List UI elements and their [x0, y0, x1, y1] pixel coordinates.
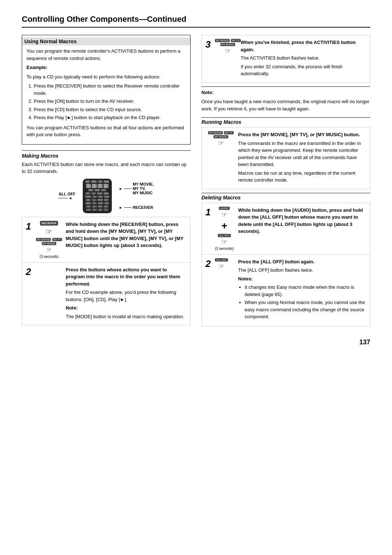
step3-number: 3 — [205, 39, 213, 50]
deleting-macros-section: Deleting Macros 1 AUDIO ☞ + ALL OFF ☞ (3… — [201, 193, 370, 327]
step1-seconds: (3 seconds) — [40, 255, 58, 259]
delete-step2-bold-text: Press the [ALL OFF] button again. — [238, 259, 315, 264]
example-step-2: Press the [ON] button to turn on the AV … — [34, 98, 186, 105]
delete-step1-seconds: (3 seconds) — [215, 247, 234, 251]
step1-bold-text: While holding down the [RECEIVER] button… — [66, 222, 183, 248]
making-macros-title: Making Macros — [22, 153, 191, 159]
delete-step1-left: 1 AUDIO ☞ + ALL OFF ☞ (3 seconds) — [205, 207, 238, 251]
example-label: Example: — [26, 65, 48, 70]
all-off-label: ALL OFF ◄ — [58, 192, 75, 200]
delete-step2-number: 2 — [205, 258, 213, 270]
page-title: Controlling Other Components—Continued — [22, 15, 370, 28]
step2-row: 2 Press the buttons whose actions you wa… — [22, 263, 190, 325]
delete-step2-detail1: The [ALL OFF] button flashes twice. — [238, 267, 366, 274]
right-column: 3 MY MOVIE MY TV MY MUSIC ☞ When you've … — [201, 35, 370, 331]
delete-step1-bold-text: While holding down the [AUDIO] button, p… — [238, 207, 363, 234]
running-step-area: MY MOVIE MY TV MY MUSIC ☞ Press the [MY … — [201, 127, 370, 189]
delete-step2-image: ALL OFF ☞ — [215, 258, 228, 270]
step3-area: 3 MY MOVIE MY TV MY MUSIC ☞ When you've … — [201, 35, 370, 83]
running-detail2: Macros can be run at any time, regardles… — [238, 170, 366, 184]
remote-body: ON STBY Z2 DISP ALLOFF MYMOV MYTV MYMUS … — [83, 179, 112, 213]
right-labels: ► MY MOVIE, MY TV, MY MUSIC ► RECEIVER — [119, 182, 154, 210]
running-detail: The commands in the macro are transmitte… — [238, 140, 366, 168]
step3-bold-text: When you've finished, press the ACTIVITI… — [241, 40, 356, 52]
delete-note-1: It changes into Easy macro mode when the… — [245, 284, 366, 298]
note-text: Once you have taught a new macro command… — [201, 98, 370, 112]
running-image: MY MOVIE MY TV MY MUSIC ☞ — [205, 131, 236, 147]
example-text: To play a CD you typically need to perfo… — [26, 73, 186, 81]
step1-image: RECEIVER ☞ MY MOVIE MY TV MY MUSIC ☞ (3 … — [36, 221, 62, 259]
note-label: Note: — [201, 90, 213, 95]
running-step-row: MY MOVIE MY TV MY MUSIC ☞ Press the [MY … — [202, 127, 370, 189]
running-step-left: MY MOVIE MY TV MY MUSIC ☞ — [205, 131, 238, 185]
delete-step2-notes-label: Notes: — [238, 276, 253, 281]
example-step-4: Press the Play [►] button to start playb… — [34, 114, 186, 121]
example-steps-list: Press the [RECEIVER] button to select th… — [26, 82, 186, 121]
step2-bold-text: Press the buttons whose actions you want… — [66, 267, 180, 287]
step3-detail1: The ACTIVITIES button flashes twice. — [241, 54, 366, 62]
title-main: Controlling Other Components — [22, 15, 139, 24]
remote-diagram: ALL OFF ◄ ON STBY Z2 DISP — [22, 179, 191, 213]
delete-step2-left: 2 ALL OFF ☞ — [205, 258, 238, 323]
step2-note-text: The [MODE] button is invalid at macro ma… — [66, 313, 187, 320]
step3-left: 3 MY MOVIE MY TV MY MUSIC ☞ — [205, 39, 241, 79]
note-box: Note: Once you have taught a new macro c… — [201, 86, 370, 113]
step1-left: 1 RECEIVER ☞ MY MOVIE MY TV MY MUSIC ☞ (… — [26, 221, 66, 259]
making-macros-section: Making Macros Each ACTIVITIES button can… — [22, 150, 191, 213]
step3-row: 3 MY MOVIE MY TV MY MUSIC ☞ When you've … — [202, 35, 370, 82]
running-macros-section: Running Macros MY MOVIE MY TV MY MUSIC ☞ — [201, 117, 370, 189]
delete-step2-content: Press the [ALL OFF] button again. The [A… — [238, 258, 366, 323]
title-sub: Continued — [147, 15, 187, 24]
running-step-content: Press the [MY MOVIE], [MY TV], or [MY MU… — [238, 131, 366, 185]
step3-detail2: If you enter 32 commands, the process wi… — [241, 63, 366, 77]
step3-image: MY MOVIE MY TV MY MUSIC ☞ — [215, 39, 241, 55]
step2-detail: For the CD example above, you'd press th… — [66, 289, 187, 303]
step1-row: 1 RECEIVER ☞ MY MOVIE MY TV MY MUSIC ☞ (… — [22, 217, 190, 263]
running-macros-title: Running Macros — [201, 119, 370, 125]
deleting-macros-title: Deleting Macros — [201, 195, 370, 200]
delete-step1-row: 1 AUDIO ☞ + ALL OFF ☞ (3 seconds) While … — [202, 203, 370, 255]
step1-area: 1 RECEIVER ☞ MY MOVIE MY TV MY MUSIC ☞ (… — [22, 217, 191, 326]
delete-step1-image: AUDIO ☞ + ALL OFF ☞ (3 seconds) — [215, 207, 234, 251]
delete-step2-notes-list: It changes into Easy macro mode when the… — [238, 284, 366, 320]
delete-step1-content: While holding down the [AUDIO] button, p… — [238, 207, 366, 251]
example-step-1: Press the [RECEIVER] button to select th… — [34, 82, 186, 97]
step2-number: 2 — [26, 266, 34, 278]
using-normal-macros-box: Using Normal Macros You can program the … — [22, 35, 191, 145]
delete-step1-number: 1 — [205, 207, 213, 218]
step3-content: When you've finished, press the ACTIVITI… — [241, 39, 366, 79]
left-column: Using Normal Macros You can program the … — [22, 35, 191, 331]
delete-step2-row: 2 ALL OFF ☞ Press the [ALL OFF] button a… — [202, 255, 370, 326]
making-macros-intro: Each ACTIVITIES button can store one mac… — [22, 161, 191, 175]
example-closing: You can program ACTIVITIES buttons so th… — [26, 124, 186, 138]
step2-left: 2 — [26, 266, 66, 322]
step1-content: While holding down the [RECEIVER] button… — [66, 221, 187, 259]
step2-content: Press the buttons whose actions you want… — [66, 266, 187, 322]
running-bold-text: Press the [MY MOVIE], [MY TV], or [MY MU… — [238, 132, 360, 137]
using-normal-macros-intro: You can program the remote controller's … — [26, 48, 186, 62]
using-normal-macros-title: Using Normal Macros — [22, 37, 190, 45]
deleting-step-area: 1 AUDIO ☞ + ALL OFF ☞ (3 seconds) While … — [201, 203, 370, 327]
delete-note-2: When you using Normal macro mode, you ca… — [245, 299, 366, 320]
step2-note-label: Note: — [66, 305, 78, 311]
step1-number: 1 — [26, 221, 34, 232]
page-number: 137 — [22, 339, 370, 346]
example-step-3: Press the [CD] button to select the CD i… — [34, 106, 186, 113]
plus-sign: + — [221, 221, 227, 231]
